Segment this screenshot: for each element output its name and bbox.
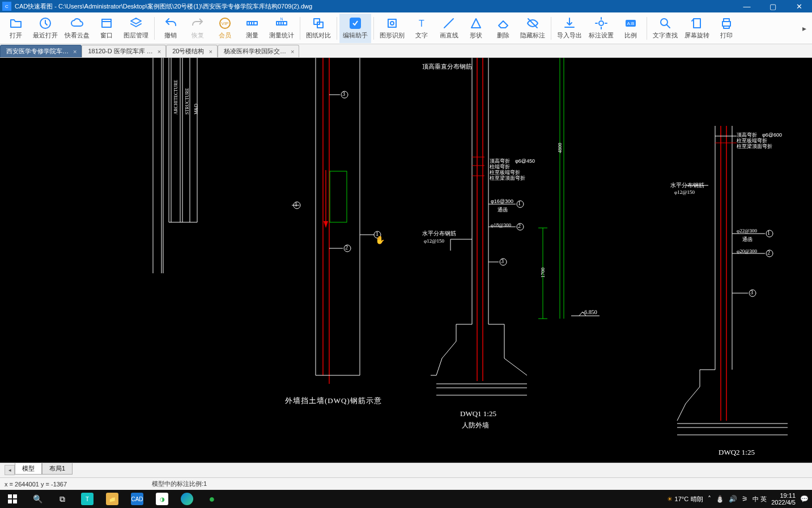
dwg-sub-2: 人防外墙 [462,421,489,430]
toolbar-delete-button[interactable]: 删除 [490,14,517,43]
svg-text:A:B: A:B [627,21,635,26]
toolbar-line-button[interactable]: 画直线 [435,14,462,43]
taskbar-app-wechat[interactable]: ● [199,490,224,508]
tray-chevron-icon[interactable]: ˄ [708,495,711,503]
tab-close-button[interactable]: × [73,48,76,55]
toolbar-vip-button[interactable]: VIP会员 [211,14,239,43]
scale-readout: 模型中的标注比例:1 [152,480,807,488]
toolbar-label: 窗口 [100,31,113,40]
dwg-label-top: 顶高垂直分布钢筋 [422,62,472,71]
toolbar-compare-button[interactable]: 图纸对比 [303,14,334,43]
tab-close-button[interactable]: × [158,48,161,55]
dwg-spec-4: φ20@300 [737,248,757,254]
dwg-callout-2a: 2 [345,244,348,251]
tray-volume-icon[interactable]: 🔊 [729,495,737,503]
toolbar-edit-helper-button[interactable]: 编辑助手 [339,14,371,43]
toolbar-label: 形状 [470,31,482,40]
tray-people-icon[interactable]: ⛄ [716,495,724,503]
toolbar-hide-anno-button[interactable]: 隐藏标注 [517,14,549,43]
weather-widget[interactable]: ☀ 17°C 晴朗 [667,495,704,503]
redo-icon [191,16,205,30]
document-tab-2[interactable]: 20号楼结构× [166,45,218,57]
taskbar-app-explorer[interactable]: 📁 [100,490,125,508]
toolbar-measure-stat-button[interactable]: N测量统计 [266,14,297,43]
layout-tab-model[interactable]: 模型 [15,463,42,475]
toolbar-ratio-button[interactable]: A:B比例 [617,14,644,43]
tray-notifications-icon[interactable]: 💬 [800,495,809,503]
dwg-spec-1b: 通函 [498,206,508,214]
toolbar-label: 比例 [624,31,637,40]
toolbar-shape-button[interactable]: 形状 [462,14,490,43]
dwg-callout-3a: 3 [342,91,345,97]
toolbar-search-text-button[interactable]: 文字查找 [649,14,681,43]
undo-icon [164,16,177,30]
svg-text:VIP: VIP [222,21,229,26]
toolbar-label: 画直线 [440,31,458,40]
svg-text:N: N [280,17,283,21]
layout-prev-button[interactable]: ◂ [5,465,15,475]
tray-wifi-icon[interactable]: ⚞ [742,495,748,503]
toolbar-label: 隐藏标注 [520,31,545,40]
toolbar-cloud-button[interactable]: 快看云盘 [61,14,93,43]
tab-close-button[interactable]: × [209,48,212,55]
dwg-horiz-bar-spec: φ12@150 [424,238,444,244]
dwg-spec-3b: 通函 [742,236,753,243]
tray-clock[interactable]: 19:11 2022/4/5 [771,492,796,506]
shape-icon [469,16,483,30]
toolbar-layer-button[interactable]: 图层管理 [120,14,152,43]
toolbar-redo-button[interactable]: 恢复 [184,14,211,43]
tab-label: 18120-D 医学院车库 … [88,47,152,56]
maximize-button[interactable]: ▢ [760,0,786,12]
toolbar-label: 恢复 [192,31,204,40]
dwg-spec-3: φ22@300 [737,228,757,234]
toolbar-undo-button[interactable]: 撤销 [157,14,184,43]
start-button[interactable] [0,490,25,508]
document-tab-1[interactable]: 18120-D 医学院车库 …× [82,45,166,57]
dwg-dim-1700: 1700 [540,268,546,278]
shape-rec-icon [385,16,399,30]
dwg-spec-1: φ16@300 [491,198,513,204]
taskbar-app-edge[interactable] [175,490,199,508]
toolbar-recent-button[interactable]: 最近打开 [29,14,61,43]
toolbar-import-export-button[interactable]: 导入导出 [554,14,585,43]
tab-label: 20号楼结构 [172,47,204,56]
tab-close-button[interactable]: × [291,48,294,55]
dwg-horiz-bar-2: 水平分布钢筋 [670,181,704,189]
toolbar-open-button[interactable]: 打开 [2,14,29,43]
toolbar-text-button[interactable]: T文字 [408,14,435,43]
close-button[interactable]: ✕ [786,0,812,12]
measure-icon [245,16,259,30]
toolbar-print-button[interactable]: 打印 [713,14,740,43]
hide-anno-icon [526,16,539,30]
dwg-horiz-bar-2-spec: φ12@150 [674,189,695,195]
svg-rect-86 [13,494,17,498]
tray-ime[interactable]: 中 英 [753,495,767,503]
toolbar-label: 图形识别 [380,31,405,40]
toolbar-shape-rec-button[interactable]: 图形识别 [376,14,408,43]
import-export-icon [563,16,576,30]
toolbar-window-button[interactable]: 窗口 [93,14,120,43]
taskbar-app-cad[interactable]: CAD [125,490,150,508]
toolbar-anno-set-button[interactable]: 标注设置 [585,14,617,43]
drawing-canvas[interactable]: 顶高垂直分布钢筋 ARCHITECTURE STRUCTURE M&D 3 1 … [0,58,812,463]
dwg-label-struct: STRUCTURE [185,88,190,115]
toolbar-measure-button[interactable]: 测量 [239,14,266,43]
taskbar-app-1[interactable]: T [75,490,100,508]
document-tab-3[interactable]: 杨凌医科学校国际交…× [218,45,299,57]
svg-rect-85 [8,494,12,498]
search-icon[interactable]: 🔍 [25,490,50,508]
dwg-callout-1c: 1 [518,200,521,206]
toolbar-rotate-button[interactable]: 屏幕旋转 [681,14,713,43]
toolbar-label: 打印 [720,31,733,40]
document-tab-0[interactable]: 西安医学专修学院车…× [0,45,82,57]
task-view-icon[interactable]: ⧉ [50,490,75,508]
window-title: CAD快速看图 - C:\Users\Administrator\Desktop… [15,2,734,11]
taskbar-app-360[interactable]: ◑ [150,490,175,508]
layout-tab-layout1[interactable]: 布局1 [42,463,73,475]
cloud-icon [70,16,84,30]
toolbar-more-button[interactable]: ▸ [799,24,810,33]
dwg-label-ms: M&D [194,104,199,115]
dwg-title-2: DWQ1 1:25 [460,409,496,418]
minimize-button[interactable]: — [734,0,760,12]
rotate-icon [690,16,704,30]
